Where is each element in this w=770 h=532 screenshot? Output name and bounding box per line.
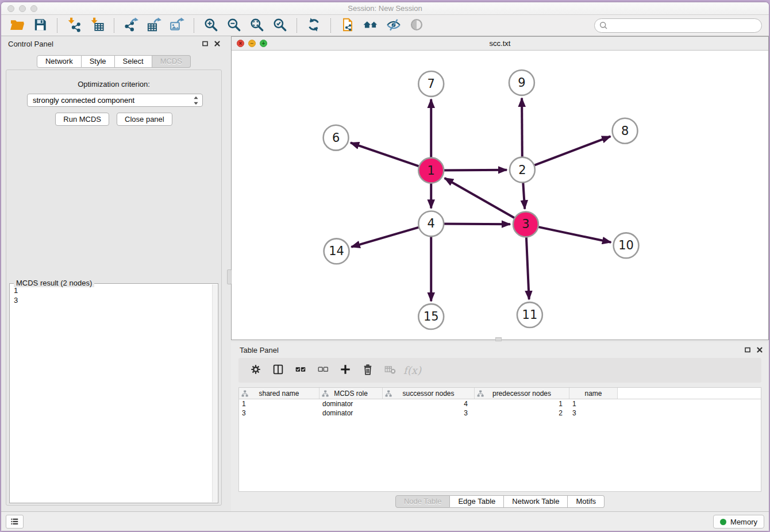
export-table-button[interactable] (145, 17, 163, 34)
memory-button[interactable]: Memory (713, 515, 764, 529)
table-row[interactable]: 1dominator411 (239, 399, 761, 408)
new-network-from-selection-button[interactable] (339, 17, 356, 34)
tab-network-table[interactable]: Network Table (504, 495, 568, 508)
close-panel-button[interactable]: Close panel (117, 113, 172, 126)
tab-mcds[interactable]: MCDS (152, 55, 191, 68)
table-panel-window-buttons (744, 346, 764, 354)
import-network-button[interactable] (66, 17, 83, 34)
result-scrollbar[interactable] (212, 284, 217, 502)
tab-motifs[interactable]: Motifs (568, 495, 605, 508)
network-maximize-button[interactable]: + (260, 40, 267, 47)
search-input[interactable] (594, 18, 762, 33)
zoom-in-icon (203, 17, 218, 34)
criterion-select[interactable]: strongly connected component (27, 94, 203, 107)
control-panel-window-buttons (201, 40, 221, 48)
function-icon: f(x) (403, 364, 421, 376)
export-network-icon (124, 17, 138, 34)
zoom-in-button[interactable] (202, 17, 220, 34)
unchecks-icon (317, 363, 329, 377)
column-header-shared-name[interactable]: shared name (239, 388, 319, 399)
tab-edge-table[interactable]: Edge Table (450, 495, 504, 508)
node-6[interactable]: 6 (324, 125, 349, 151)
network-close-button[interactable]: × (237, 40, 244, 47)
network-minimize-button[interactable]: − (248, 40, 256, 47)
cell-successor-nodes: 3 (383, 408, 475, 418)
column-header-predecessor-nodes[interactable]: predecessor nodes (475, 388, 569, 399)
result-line: 3 (14, 295, 208, 305)
node-8[interactable]: 8 (613, 118, 638, 144)
mcds-panel: Optimization criterion: strongly connect… (6, 70, 222, 506)
cell-name: 1 (569, 399, 618, 408)
table-settings-button[interactable] (246, 361, 265, 380)
control-panel-float-button[interactable] (201, 40, 209, 48)
node-9[interactable]: 9 (509, 70, 534, 95)
show-columns-button[interactable] (268, 361, 287, 380)
tab-style[interactable]: Style (82, 55, 115, 68)
hide-selected-button[interactable] (385, 17, 402, 34)
node-15[interactable]: 15 (418, 304, 444, 329)
select-all-columns-button[interactable] (291, 361, 310, 380)
tab-network[interactable]: Network (37, 55, 82, 68)
node-11[interactable]: 11 (517, 302, 542, 327)
node-label: 4 (428, 217, 435, 230)
minimize-window-button[interactable] (19, 5, 26, 12)
node-10[interactable]: 10 (614, 233, 639, 258)
mcds-result-text[interactable]: 13 (10, 284, 211, 502)
node-2[interactable]: 2 (510, 157, 535, 183)
save-session-button[interactable] (32, 17, 49, 34)
canvas-splitter-handle[interactable] (495, 337, 502, 341)
table-row[interactable]: 3dominator323 (239, 408, 761, 418)
control-panel-tabs: NetworkStyleSelectMCDS (1, 55, 226, 68)
node-3[interactable]: 3 (513, 211, 538, 237)
create-column-button[interactable] (336, 361, 355, 380)
maximize-window-button[interactable] (30, 5, 37, 12)
node-14[interactable]: 14 (324, 238, 349, 264)
export-image-button[interactable] (168, 17, 186, 34)
table-panel-close-button[interactable] (756, 346, 764, 354)
apply-layout-button[interactable] (305, 17, 322, 34)
column-header-name[interactable]: name (569, 388, 618, 399)
table-panel-float-button[interactable] (744, 346, 752, 354)
table-tabs: Node TableEdge TableNetwork TableMotifs (231, 495, 769, 508)
zoom-selected-button[interactable] (271, 17, 288, 34)
first-neighbors-button[interactable] (362, 17, 379, 34)
edge-3-1[interactable] (445, 178, 526, 224)
node-label: 9 (518, 76, 525, 90)
tab-select[interactable]: Select (115, 55, 152, 68)
mcds-result-group: MCDS result (2 nodes) 13 (9, 283, 218, 503)
panel-splitter-handle[interactable] (227, 269, 232, 284)
column-sort-icon (477, 390, 484, 397)
node-1[interactable]: 1 (418, 158, 444, 183)
zoom-out-button[interactable] (225, 17, 242, 34)
control-panel-close-button[interactable] (213, 40, 221, 48)
criterion-selected-value: strongly connected component (33, 96, 134, 105)
toolbar-separator (114, 18, 114, 33)
node-label: 7 (428, 77, 435, 91)
memory-label: Memory (730, 518, 757, 526)
node-4[interactable]: 4 (418, 211, 444, 236)
edge-2-8[interactable] (522, 136, 610, 169)
close-window-button[interactable] (7, 5, 14, 12)
eye-hide-icon (386, 17, 401, 34)
network-canvas[interactable]: 7968124314101511 (232, 51, 768, 340)
gear-icon (249, 363, 262, 377)
function-builder-button[interactable]: f(x) (403, 361, 422, 380)
zoom-fit-button[interactable] (248, 17, 265, 34)
node-label: 11 (522, 308, 538, 322)
column-header-successor-nodes[interactable]: successor nodes (383, 388, 475, 399)
task-history-button[interactable] (6, 515, 24, 529)
export-network-button[interactable] (122, 17, 140, 34)
import-table-button[interactable] (88, 17, 106, 34)
column-header-mcds-role[interactable]: MCDS role (319, 388, 383, 399)
node-label: 2 (518, 163, 526, 177)
tab-node-table[interactable]: Node Table (395, 495, 451, 508)
run-mcds-button[interactable]: Run MCDS (55, 113, 109, 126)
show-hidden-button[interactable] (408, 17, 425, 34)
delete-columns-button[interactable] (358, 361, 377, 380)
node-7[interactable]: 7 (418, 71, 444, 97)
main-content: Control Panel NetworkStyleSelectMCDS Opt… (1, 36, 769, 511)
delete-table-button[interactable] (380, 361, 399, 380)
column-label: shared name (259, 390, 299, 398)
open-session-button[interactable] (9, 17, 26, 34)
unselect-all-columns-button[interactable] (313, 361, 332, 380)
